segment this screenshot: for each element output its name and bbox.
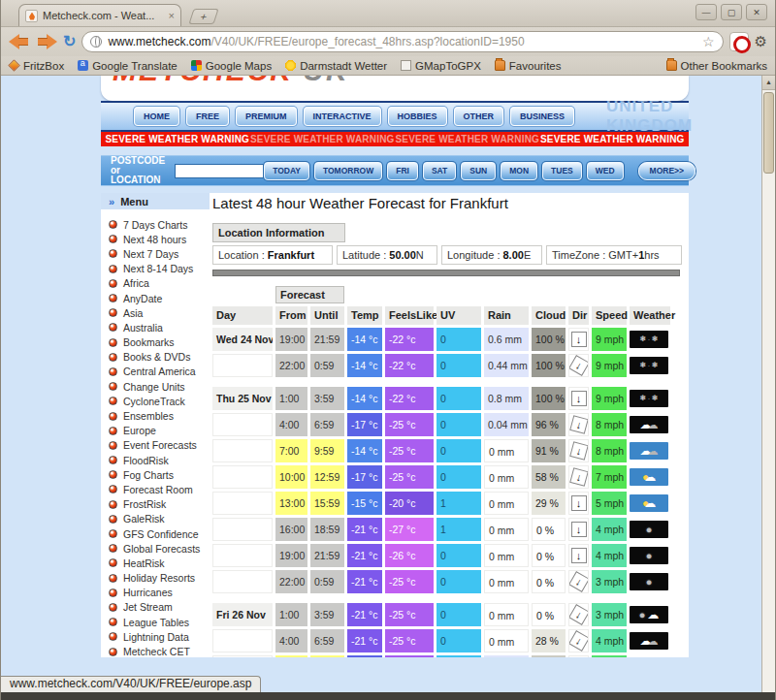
browser-tab[interactable]: Metcheck.com - Weat... ×	[18, 4, 181, 26]
nav-button-free[interactable]: FREE	[186, 107, 229, 126]
wind-dir-cell: ↓	[568, 570, 589, 593]
sidebar-item[interactable]: League Tables	[101, 615, 210, 629]
cloud-cell: 0 %	[532, 518, 566, 541]
wind-speed-cell: 8 mph	[592, 439, 627, 462]
sidebar-item[interactable]: GFS Confidence	[101, 526, 210, 541]
sidebar-item[interactable]: Ensembles	[101, 408, 210, 423]
sidebar-item[interactable]: Global Forecasts	[101, 541, 210, 556]
sidebar-item[interactable]: Holiday Resorts	[101, 571, 210, 586]
settings-wrench-icon[interactable]: ⚙	[755, 33, 767, 50]
day-button-fri[interactable]: FRI	[387, 162, 418, 180]
day-button-mon[interactable]: MON	[501, 162, 537, 180]
site-logo[interactable]: METCHECK UK	[101, 76, 689, 101]
sidebar-item[interactable]: Europe	[101, 424, 210, 438]
extension-icon[interactable]	[729, 32, 749, 51]
weather-cell: ●☁	[630, 465, 670, 489]
back-button[interactable]	[9, 34, 30, 49]
sidebar-item[interactable]: FloodRisk	[101, 453, 210, 467]
rain-cell: 0 mm	[484, 518, 529, 541]
bullet-icon	[109, 308, 117, 317]
day-button-wed[interactable]: WED	[587, 162, 624, 180]
day-cell	[212, 570, 273, 593]
day-button-tues[interactable]: TUES	[542, 162, 582, 180]
sidebar-item[interactable]: Australia	[101, 320, 210, 334]
until-time-cell: 18:59	[310, 518, 344, 541]
bullet-icon	[109, 249, 117, 258]
sidebar-item[interactable]: Lightning Data	[101, 629, 210, 644]
tab-title: Metcheck.com - Weat...	[43, 10, 164, 21]
sidebar-item[interactable]: Africa	[101, 276, 210, 291]
bookmark-item[interactable]: Darmstadt Wetter	[285, 60, 387, 72]
scrollbar-thumb[interactable]	[763, 92, 774, 174]
tab-close-icon[interactable]: ×	[169, 10, 175, 21]
sidebar-item[interactable]: Central America	[101, 365, 210, 379]
from-time-cell: 7:00	[275, 655, 307, 657]
nav-button-interactive[interactable]: INTERACTIVE	[304, 107, 381, 126]
page-scrollbar[interactable]: ▲	[761, 76, 775, 692]
postcode-input[interactable]	[175, 164, 264, 178]
sidebar-item[interactable]: Jet Stream	[101, 600, 210, 615]
from-time-cell: 7:00	[275, 439, 307, 462]
severe-weather-banner[interactable]: SEVERE WEATHER WARNINGSEVERE WEATHER WAR…	[101, 132, 689, 146]
sidebar-item[interactable]: Event Forecasts	[101, 438, 210, 453]
sidebar-item-label: Central America	[123, 366, 196, 377]
wind-speed-cell: 9 mph	[592, 354, 627, 377]
bookmark-item[interactable]: FritzBox	[9, 60, 64, 72]
sidebar-item[interactable]: HeatRisk	[101, 556, 210, 570]
sidebar-item[interactable]: Change Units	[101, 379, 210, 394]
sidebar-item[interactable]: Metcheck CET	[101, 644, 210, 657]
reload-button[interactable]: ↻	[63, 34, 76, 49]
sidebar-item[interactable]: Forecast Room	[101, 482, 210, 496]
day-button-today[interactable]: TODAY	[264, 162, 309, 180]
sidebar-item-label: Metcheck CET	[123, 646, 190, 657]
maximize-button[interactable]: ▢	[721, 4, 742, 20]
bookmark-item[interactable]: Google Maps	[191, 60, 272, 72]
bookmark-item[interactable]: GMapToGPX	[401, 60, 481, 72]
bookmark-item[interactable]: Favourites	[495, 60, 562, 72]
wind-speed-cell: 4 mph	[592, 518, 627, 541]
sidebar-item[interactable]: Hurricanes	[101, 586, 210, 600]
other-bookmarks-button[interactable]: Other Bookmarks	[666, 60, 767, 72]
bookmark-label: GMapToGPX	[415, 60, 481, 72]
nav-button-other[interactable]: OTHER	[454, 107, 504, 126]
bookmark-star-icon[interactable]: ☆	[702, 34, 715, 49]
sidebar-item[interactable]: Next 48 hours	[101, 232, 210, 246]
wind-arrow-icon: ↓	[571, 391, 587, 406]
address-bar[interactable]: www.metcheck.com/V40/UK/FREE/europe_fore…	[81, 31, 723, 52]
bookmark-item[interactable]: Google Translate	[78, 60, 178, 72]
nav-button-business[interactable]: BUSINESS	[510, 107, 574, 126]
sidebar-item[interactable]: GaleRisk	[101, 512, 210, 526]
scroll-up-icon[interactable]: ▲	[762, 76, 775, 90]
uv-index-cell: 0	[436, 354, 481, 377]
more-button[interactable]: MORE>>	[638, 162, 695, 180]
close-button[interactable]: ✕	[746, 4, 767, 20]
minimize-button[interactable]: —	[695, 4, 717, 20]
location-info-cell: Latitude : 50.00N	[337, 245, 437, 265]
wind-dir-cell: ↓	[568, 387, 589, 410]
url-text[interactable]: www.metcheck.com/V40/UK/FREE/europe_fore…	[108, 35, 696, 48]
sidebar-item[interactable]: 7 Days Charts	[101, 217, 210, 232]
nav-button-hobbies[interactable]: HOBBIES	[388, 107, 447, 126]
sidebar-item[interactable]: AnyDate	[101, 291, 210, 305]
forward-button[interactable]	[36, 34, 57, 49]
sidebar-item-label: Jet Stream	[123, 601, 173, 613]
nav-button-premium[interactable]: PREMIUM	[236, 107, 297, 126]
sidebar-item[interactable]: Fog Charts	[101, 467, 210, 482]
day-button-sun[interactable]: SUN	[461, 162, 496, 180]
cloud-cell: 0 %	[532, 570, 566, 593]
sidebar-item[interactable]: Asia	[101, 305, 210, 320]
day-button-sat[interactable]: SAT	[423, 162, 456, 180]
sidebar-item[interactable]: Bookmarks	[101, 335, 210, 350]
bookmark-label: FritzBox	[23, 60, 64, 72]
sidebar-item[interactable]: Next 8-14 Days	[101, 262, 210, 276]
weather-cell: ●☁	[630, 492, 670, 515]
day-button-tomorrow[interactable]: TOMORROW	[314, 162, 382, 180]
sidebar-item[interactable]: Books & DVDs	[101, 350, 210, 365]
nav-button-home[interactable]: HOME	[134, 107, 179, 126]
feelslike-cell: -25 °c	[385, 465, 434, 489]
sidebar-item[interactable]: CycloneTrack	[101, 394, 210, 408]
sidebar-item[interactable]: FrostRisk	[101, 497, 210, 512]
cloud-cell: 0 %	[532, 603, 566, 626]
new-tab-button[interactable]: +	[188, 9, 218, 24]
sidebar-item[interactable]: Next 7 Days	[101, 246, 210, 261]
